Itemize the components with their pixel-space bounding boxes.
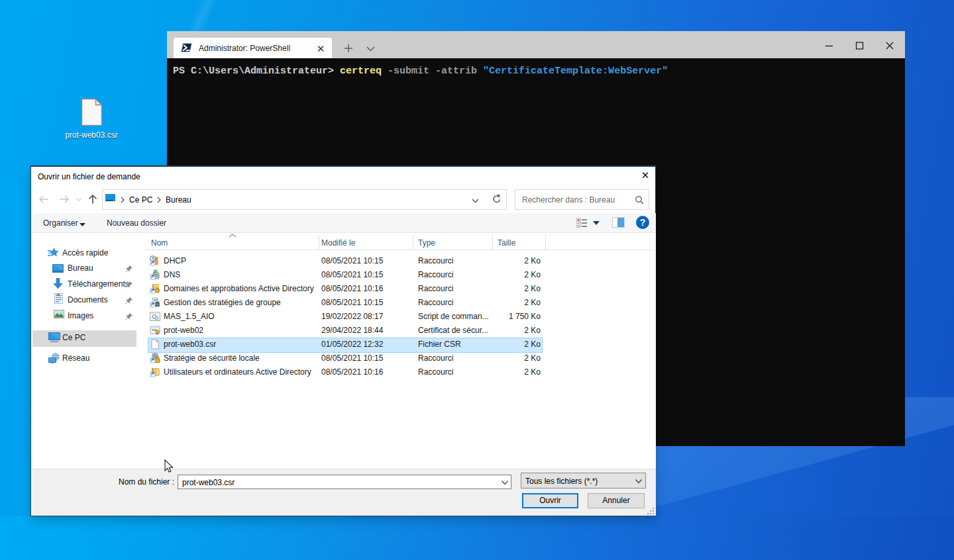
svg-text:?: ?: [640, 217, 646, 228]
